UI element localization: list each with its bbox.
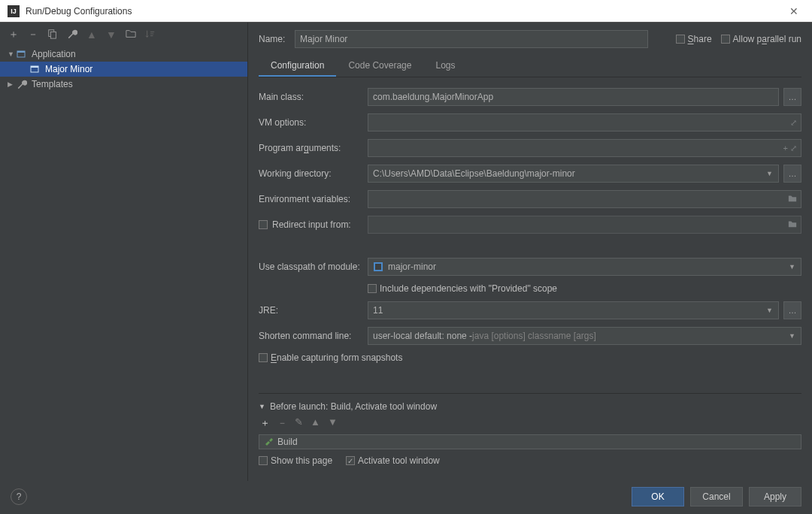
chevron-down-icon: ▼ bbox=[8, 50, 17, 58]
right-panel: Name: SSharehare Allow parallel run Conf… bbox=[248, 23, 812, 481]
folder-icon[interactable] bbox=[788, 194, 797, 204]
browse-main-class-button[interactable]: … bbox=[783, 88, 801, 106]
tree-label: Application bbox=[32, 49, 76, 59]
hammer-icon bbox=[264, 437, 273, 448]
title-bar: IJ Run/Debug Configurations ✕ bbox=[0, 0, 812, 23]
folder-icon[interactable] bbox=[788, 219, 797, 230]
svg-rect-7 bbox=[375, 264, 381, 270]
checkbox-icon bbox=[259, 220, 268, 229]
application-icon bbox=[30, 65, 42, 74]
add-icon[interactable]: ＋ bbox=[8, 28, 20, 41]
wrench-svg bbox=[67, 29, 77, 39]
checkbox-icon bbox=[676, 35, 685, 44]
browse-working-dir-button[interactable]: … bbox=[783, 165, 801, 183]
name-label: Name: bbox=[259, 34, 295, 44]
include-provided-checkbox[interactable]: Include dependencies with "Provided" sco… bbox=[368, 283, 557, 294]
share-label: SSharehare bbox=[688, 34, 712, 44]
folder-svg bbox=[126, 29, 136, 39]
redirect-input-field[interactable] bbox=[368, 216, 801, 234]
add-icon[interactable]: ＋ bbox=[260, 416, 270, 430]
remove-icon[interactable]: － bbox=[277, 416, 287, 430]
apply-button[interactable]: Apply bbox=[749, 487, 801, 506]
env-vars-label: Environment variables: bbox=[259, 194, 368, 204]
remove-icon[interactable]: － bbox=[27, 28, 39, 41]
activate-tool-checkbox[interactable]: ✓ Activate tool window bbox=[346, 455, 440, 466]
ok-button[interactable]: OK bbox=[632, 487, 684, 506]
vm-options-label: VM options: bbox=[259, 117, 368, 128]
form-area: Main class: … VM options: ⤢ Program argu… bbox=[259, 88, 801, 363]
wrench-icon bbox=[17, 79, 29, 89]
add-expand-icon[interactable]: + ⤢ bbox=[783, 144, 797, 153]
window-title: Run/Debug Configurations bbox=[26, 6, 783, 17]
share-checkbox[interactable]: SSharehare bbox=[676, 34, 712, 44]
shorten-select[interactable]: user-local default: none - java [options… bbox=[368, 327, 801, 345]
config-tree: ▼ Application Major Minor ▶ Templates bbox=[0, 44, 247, 95]
app-icon: IJ bbox=[8, 5, 20, 17]
checkbox-icon bbox=[259, 456, 268, 465]
copy-svg bbox=[47, 29, 58, 39]
tree-label: Major Minor bbox=[45, 64, 92, 74]
program-args-label: Program arguments: bbox=[259, 143, 368, 153]
settings-icon[interactable] bbox=[66, 29, 78, 41]
help-button[interactable]: ? bbox=[11, 488, 27, 505]
tab-code-coverage[interactable]: Code Coverage bbox=[336, 56, 423, 77]
classpath-select[interactable]: major-minor bbox=[368, 258, 801, 276]
allow-parallel-label: Allow parallel run bbox=[733, 34, 801, 44]
down-icon[interactable]: ▼ bbox=[328, 416, 338, 430]
down-icon[interactable]: ▼ bbox=[105, 29, 117, 41]
jre-label: JRE: bbox=[259, 305, 368, 316]
checkbox-icon bbox=[368, 284, 377, 293]
enable-snapshots-label: Enable capturing form snapshots bbox=[271, 352, 402, 363]
classpath-label: Use classpath of module: bbox=[259, 262, 368, 272]
svg-rect-5 bbox=[31, 66, 38, 68]
tree-node-major-minor[interactable]: Major Minor bbox=[0, 62, 247, 77]
env-vars-input[interactable] bbox=[368, 190, 801, 208]
allow-parallel-checkbox[interactable]: Allow parallel run bbox=[721, 34, 801, 44]
checkbox-icon bbox=[721, 35, 730, 44]
cancel-button[interactable]: Cancel bbox=[690, 487, 743, 506]
show-page-checkbox[interactable]: Show this page bbox=[259, 455, 332, 466]
checkbox-icon bbox=[259, 353, 268, 362]
tab-logs[interactable]: Logs bbox=[423, 56, 467, 77]
copy-icon[interactable] bbox=[47, 29, 59, 41]
svg-rect-3 bbox=[17, 51, 25, 53]
application-icon bbox=[17, 50, 29, 59]
before-launch-section: ▼ Before launch: Build, Activate tool wi… bbox=[259, 393, 801, 466]
enable-snapshots-checkbox[interactable]: Enable capturing form snapshots bbox=[259, 352, 402, 363]
tab-bar: Configuration Code Coverage Logs bbox=[259, 56, 801, 77]
working-dir-input[interactable] bbox=[368, 165, 779, 183]
checkbox-icon: ✓ bbox=[346, 456, 355, 465]
program-args-input[interactable] bbox=[368, 139, 801, 157]
svg-rect-1 bbox=[50, 32, 56, 38]
vm-options-input[interactable] bbox=[368, 113, 801, 132]
before-launch-toolbar: ＋ － ✎ ▲ ▼ bbox=[259, 412, 801, 434]
main-class-input[interactable] bbox=[368, 88, 779, 106]
build-task-item[interactable]: Build bbox=[259, 434, 801, 449]
working-dir-label: Working directory: bbox=[259, 168, 368, 179]
shorten-label: Shorten command line: bbox=[259, 331, 368, 341]
bottom-bar: ? OK Cancel Apply bbox=[0, 487, 812, 506]
tab-configuration[interactable]: Configuration bbox=[259, 56, 336, 77]
browse-jre-button[interactable]: … bbox=[783, 301, 801, 319]
edit-icon[interactable]: ✎ bbox=[295, 416, 303, 430]
chevron-down-icon: ▼ bbox=[259, 403, 265, 410]
module-icon bbox=[373, 262, 383, 272]
sort-icon[interactable] bbox=[144, 29, 156, 41]
tree-node-application[interactable]: ▼ Application bbox=[0, 47, 247, 62]
tree-label: Templates bbox=[32, 79, 73, 89]
up-icon[interactable]: ▲ bbox=[311, 416, 320, 430]
config-toolbar: ＋ － ▲ ▼ bbox=[0, 26, 247, 44]
tree-node-templates[interactable]: ▶ Templates bbox=[0, 77, 247, 92]
up-icon[interactable]: ▲ bbox=[86, 29, 98, 41]
expand-icon[interactable]: ⤢ bbox=[790, 118, 797, 128]
left-panel: ＋ － ▲ ▼ ▼ Application bbox=[0, 23, 248, 481]
chevron-right-icon: ▶ bbox=[8, 80, 17, 88]
before-launch-header[interactable]: ▼ Before launch: Build, Activate tool wi… bbox=[259, 401, 801, 412]
close-icon[interactable]: ✕ bbox=[783, 2, 804, 20]
folder-icon[interactable] bbox=[125, 29, 137, 41]
main-class-label: Main class: bbox=[259, 92, 368, 102]
name-input[interactable] bbox=[295, 30, 648, 48]
jre-select[interactable] bbox=[368, 301, 779, 319]
redirect-input-checkbox[interactable]: Redirect input from: bbox=[259, 219, 368, 230]
